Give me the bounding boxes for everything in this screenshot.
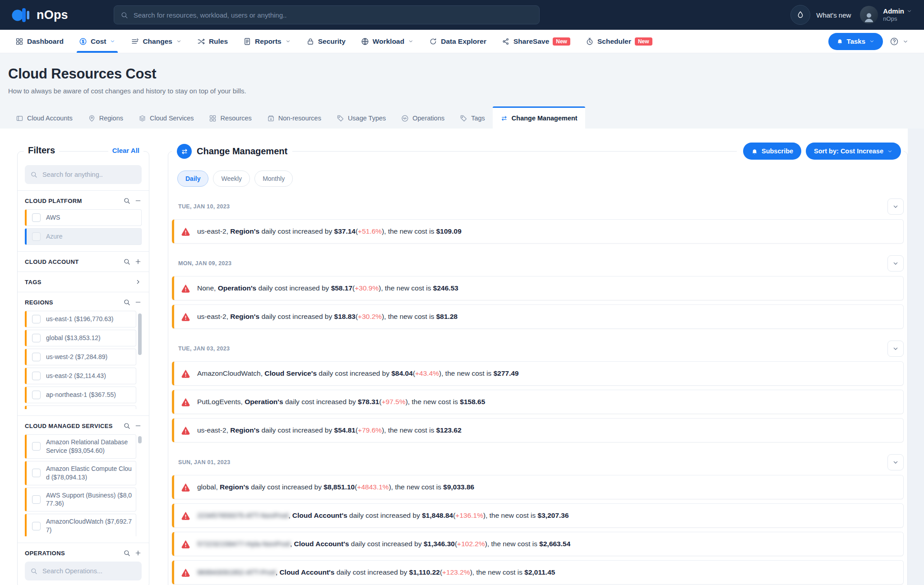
nav-item-rules[interactable]: Rules [197,30,228,53]
checkbox[interactable] [32,469,41,477]
tab-regions[interactable]: Regions [80,106,131,129]
increase-percent: +97.5% [382,398,406,405]
nav-item-reports[interactable]: Reports [243,30,291,53]
collapse-button[interactable] [887,255,904,272]
view-pill-daily[interactable]: Daily [177,170,208,187]
alert-row[interactable]: AmazonCloudWatch, Cloud Service's daily … [172,361,904,386]
plus-icon[interactable] [134,549,142,557]
filter-item-aws-support-business-8-077-36[interactable]: AWS Support (Business) ($8,077.36) [25,488,136,512]
share-icon [502,37,510,46]
user-menu[interactable]: Admin nOps [860,6,912,24]
checkbox[interactable] [32,213,41,222]
filter-item-eu-central-1-350-28[interactable]: eu-central-1 ($350.28) [25,405,136,409]
filter-item-amazoncloudwatch-7-692-77[interactable]: AmazonCloudWatch ($7,692.77) [25,514,136,536]
whats-new-button[interactable]: What's new [790,5,851,25]
checkbox[interactable] [32,391,41,399]
filter-item-aws[interactable]: AWS [25,209,142,226]
subscribe-button[interactable]: Subscribe [743,143,801,160]
chevron-down-icon[interactable] [902,38,909,45]
collapse-button[interactable] [887,454,904,470]
chevron-right-icon[interactable] [134,278,142,286]
filter-item-us-east-2-2-114-43[interactable]: us-east-2 ($2,114.43) [25,368,136,384]
checkbox[interactable] [32,353,41,361]
section-search-input[interactable] [42,567,136,575]
help-icon[interactable] [890,37,899,46]
checkbox[interactable] [32,442,41,451]
nops-logo[interactable]: nOps [12,6,114,24]
filter-item-us-west-2-7-284-89[interactable]: us-west-2 ($7,284.89) [25,349,136,365]
search-icon[interactable] [123,422,130,429]
filter-item-azure[interactable]: Azure [25,228,142,245]
checkbox[interactable] [32,495,41,504]
filter-item-amazon-elastic-compute-cloud-78-094-13[interactable]: Amazon Elastic Compute Cloud ($78,094.13… [25,461,136,485]
filter-item-ap-northeast-1-367-55[interactable]: ap-northeast-1 ($367.55) [25,387,136,403]
changes-icon [131,37,139,46]
global-search[interactable] [114,5,540,24]
alert-row[interactable]: 969943091952-ATT-Prod, Cloud Account's d… [172,560,904,585]
tab-change-management[interactable]: Change Management [493,106,585,129]
increase-amount: $8,851.10 [323,483,355,491]
nav-item-changes[interactable]: Changes [131,30,181,53]
clear-all-button[interactable]: Clear All [108,147,143,154]
scrollbar-thumb[interactable] [138,436,142,443]
nav-item-workload[interactable]: Workload [361,30,414,53]
increase-amount: $1,110.22 [409,568,440,576]
search-icon[interactable] [123,549,130,557]
tab-tags[interactable]: Tags [452,106,493,129]
filter-section-header-tags: TAGS [25,278,142,286]
nav-item-dashboard[interactable]: Dashboard [15,30,64,53]
entity-type: Region's [230,227,259,235]
alert-row[interactable]: us-east-2, Region's daily cost increased… [172,418,904,442]
collapse-button[interactable] [887,198,904,215]
search-icon[interactable] [123,258,130,265]
tab-non-resources[interactable]: Non-resources [259,106,329,129]
alert-row[interactable]: PutLogEvents, Operation's daily cost inc… [172,390,904,414]
global-search-input[interactable] [133,11,533,19]
filter-section-search[interactable] [25,562,142,580]
nav-item-label: Data Explorer [441,37,486,46]
alert-row[interactable]: us-east-2, Region's daily cost increased… [172,304,904,329]
sort-button[interactable]: Sort by: Cost Increase [806,143,901,160]
scrollbar-thumb[interactable] [138,313,142,355]
date-header: SUN, JAN 01, 2023 [178,459,887,465]
checkbox[interactable] [32,315,41,323]
search-icon[interactable] [123,299,130,306]
alert-row[interactable]: us-east-2, Region's daily cost increased… [172,219,904,244]
alert-row[interactable]: None, Operation's daily cost increased b… [172,276,904,300]
filter-item-amazon-relational-database-service-93-054-60[interactable]: Amazon Relational Database Service ($93,… [25,434,136,459]
nav-item-sharesave[interactable]: ShareSaveNew [502,30,570,53]
view-pill-monthly[interactable]: Monthly [254,170,293,187]
plus-icon[interactable] [134,258,142,265]
tab-resources[interactable]: Resources [201,106,259,129]
nav-item-security[interactable]: Security [306,30,346,53]
tab-usage-types[interactable]: Usage Types [329,106,393,129]
minus-icon[interactable] [134,299,142,306]
filters-search[interactable] [25,165,142,184]
filter-item-us-east-1-196-770-63[interactable]: us-east-1 ($196,770.63) [25,311,136,327]
alert-row[interactable]: 572232158477-Hyla-NonProd, Cloud Account… [172,532,904,556]
nav-item-data-explorer[interactable]: Data Explorer [429,30,486,53]
minus-icon[interactable] [134,422,142,429]
minus-icon[interactable] [134,197,142,204]
checkbox[interactable] [32,372,41,380]
filters-search-input[interactable] [42,170,136,179]
collapse-button[interactable] [887,341,904,357]
nav-item-scheduler[interactable]: SchedulerNew [586,30,652,53]
sort-label: Sort by: Cost Increase [814,147,883,155]
checkbox[interactable] [32,334,41,342]
tab-cloud-services[interactable]: Cloud Services [131,106,202,129]
alert-row[interactable]: global, Region's daily cost increased by… [172,475,904,499]
tab-cloud-accounts[interactable]: Cloud Accounts [8,106,80,129]
view-pill-weekly[interactable]: Weekly [213,170,250,187]
tab-operations[interactable]: Operations [393,106,452,129]
chevron-down-icon [869,38,875,44]
search-icon[interactable] [123,197,130,204]
checkbox[interactable] [32,522,41,530]
bell-icon [751,148,758,155]
nav-item-cost[interactable]: Cost [79,30,116,53]
filter-item-global-13-853-12[interactable]: global ($13,853.12) [25,330,136,346]
alert-row[interactable]: 223457659375-ATT-NonProd, Cloud Account'… [172,503,904,528]
tasks-button[interactable]: Tasks [828,33,883,50]
entity-name: 572232158477-Hyla-NonProd [197,540,290,548]
checkbox[interactable] [32,232,41,241]
